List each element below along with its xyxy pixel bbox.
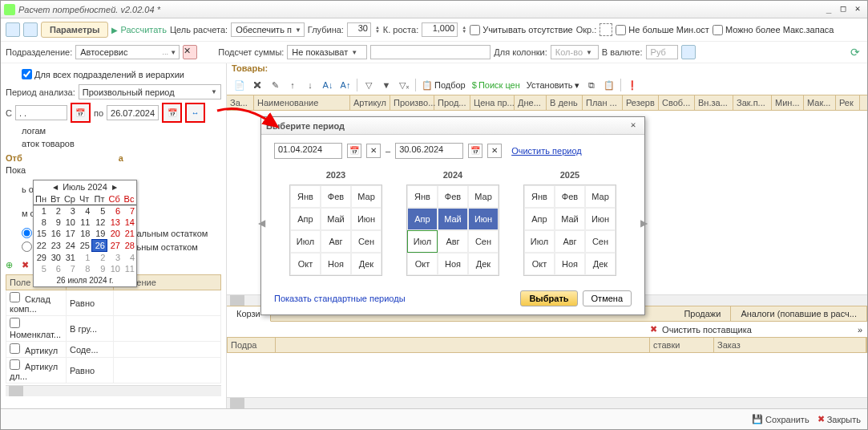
round-box[interactable] (600, 23, 612, 36)
month-cell[interactable]: Мар (468, 185, 499, 208)
chevron-down-icon[interactable]: ▼ (586, 49, 592, 56)
growth-input[interactable]: 1,000 (422, 22, 458, 37)
calendar-day[interactable]: 7 (122, 205, 136, 217)
ti-filter-icon[interactable]: ▽ (361, 77, 377, 93)
ti-warn-icon[interactable]: ❗ (624, 77, 640, 93)
date-to-input[interactable]: 26.07.2024 (107, 105, 159, 120)
ti-filterx-icon[interactable]: ▽ₓ (396, 77, 412, 93)
month-cell[interactable]: Сен (468, 230, 499, 253)
subdivision-select[interactable]: Автосервис…▼ (75, 45, 180, 59)
period-from-cal-icon[interactable]: 📅 (347, 144, 361, 158)
month-cell[interactable]: Апр (524, 208, 555, 230)
month-cell[interactable]: Фев (555, 185, 585, 208)
column-header[interactable]: В день (547, 95, 583, 110)
clear-supplier-icon[interactable]: ✖ (650, 324, 657, 335)
ti-down-icon[interactable]: ↓ (302, 77, 318, 93)
calendar-day[interactable]: 13 (107, 217, 122, 228)
refresh-icon[interactable]: ⟳ (848, 45, 862, 59)
column-header[interactable]: Произво... (390, 95, 434, 110)
calendar-day[interactable]: 12 (91, 217, 107, 228)
date-from-picker-icon[interactable]: 📅 (71, 103, 91, 123)
calendar-day[interactable]: 8 (77, 263, 92, 274)
month-cell[interactable]: Июн (468, 208, 499, 230)
table-row[interactable]: Артикул дл...Равно (6, 358, 221, 383)
calendar-day[interactable]: 10 (63, 217, 77, 228)
month-cell[interactable]: Окт (407, 253, 438, 275)
month-cell[interactable]: Сен (585, 230, 616, 253)
chevron-down-icon[interactable]: ▼ (211, 88, 217, 95)
ti-sortza-icon[interactable]: A↑ (337, 77, 353, 93)
month-cell[interactable]: Авг (555, 230, 585, 253)
calendar-day[interactable]: 14 (122, 217, 136, 228)
ti-sortaz-icon[interactable]: A↓ (320, 77, 336, 93)
calendar-day[interactable]: 22 (34, 240, 48, 252)
calendar-day[interactable]: 28 (122, 240, 136, 252)
calendar-day[interactable]: 3 (63, 205, 77, 217)
month-cell[interactable]: Сен (351, 230, 382, 253)
ti-new-icon[interactable]: 📄 (232, 77, 248, 93)
period-to-cal-icon[interactable]: 📅 (468, 144, 482, 158)
depth-spinner[interactable]: ▲▼ (375, 26, 380, 34)
chevron-down-icon[interactable]: ▼ (295, 26, 301, 34)
period-from-input[interactable]: 01.04.2024 (274, 143, 342, 159)
date-from-input[interactable]: . . (15, 105, 67, 120)
period-select[interactable]: Произвольный период▼ (79, 84, 221, 99)
year-2024-grid[interactable]: ЯнвФевМарАпрМайИюнИюлАвгСенОктНояДек (406, 185, 499, 276)
month-cell[interactable]: Мар (585, 185, 616, 208)
period-to-input[interactable]: 30.06.2024 (395, 143, 463, 159)
month-cell[interactable]: Июл (290, 230, 321, 253)
month-cell[interactable]: Фев (321, 185, 351, 208)
forcol-select[interactable]: Кол-во▼ (551, 45, 599, 59)
std-periods-link[interactable]: Показать стандартные периоды (274, 294, 406, 303)
month-cell[interactable]: Янв (524, 185, 555, 208)
sum-empty-field[interactable] (370, 45, 491, 59)
calendar-day[interactable]: 5 (34, 263, 48, 274)
chevron-down-icon[interactable]: ▼ (351, 49, 357, 56)
save-button[interactable]: 💾 Сохранить (752, 414, 809, 424)
year-next-icon[interactable]: ▶ (640, 217, 648, 229)
calendar-day[interactable]: 2 (91, 252, 107, 264)
column-header[interactable]: За... (227, 95, 254, 110)
pick-button[interactable]: 📋Подбор (419, 80, 468, 91)
month-cell[interactable]: Авг (321, 230, 351, 253)
calendar-day[interactable]: 4 (77, 205, 92, 217)
calendar-day[interactable]: 29 (34, 252, 48, 264)
month-cell[interactable]: Янв (407, 185, 438, 208)
ti-up-icon[interactable]: ↑ (285, 77, 301, 93)
calendar-day[interactable]: 9 (91, 263, 107, 274)
depth-input[interactable]: 30 (347, 22, 371, 37)
month-cell[interactable]: Июл (407, 230, 438, 253)
period-to-clear-icon[interactable]: ✕ (487, 144, 502, 158)
calendar-day[interactable]: 5 (91, 205, 107, 217)
maximize-button[interactable]: □ (837, 3, 850, 16)
month-cell[interactable]: Фев (438, 185, 468, 208)
month-cell[interactable]: Авг (438, 230, 468, 253)
calendar-day[interactable]: 2 (48, 205, 63, 217)
filter-grid[interactable]: Поле Тип с... Значение Склад комп...Равн… (6, 274, 221, 383)
calendar-day[interactable]: 25 (77, 240, 92, 252)
allsub-checkbox[interactable]: Для всех подразделений в иерархии (22, 69, 221, 79)
calendar-day[interactable]: 3 (107, 252, 122, 264)
dialog-close-icon[interactable]: ✕ (627, 120, 640, 132)
column-header[interactable]: Резерв (623, 95, 659, 110)
params-tab[interactable]: Параметры (41, 22, 108, 38)
action-icon-2[interactable] (23, 22, 38, 37)
growth-spinner[interactable]: ▲▼ (462, 26, 466, 34)
calendar-day[interactable]: 26 (91, 240, 107, 252)
calendar-day[interactable]: 8 (34, 217, 48, 228)
column-header[interactable]: Зак.п... (733, 95, 772, 110)
column-header[interactable]: Мин... (772, 95, 804, 110)
month-cell[interactable]: Июл (524, 230, 555, 253)
calendar-day[interactable]: 19 (91, 228, 107, 240)
calendar-day[interactable]: 23 (48, 240, 63, 252)
ti-paste2-icon[interactable]: 📋 (601, 77, 617, 93)
tab-sales[interactable]: Продажи (674, 306, 731, 321)
month-cell[interactable]: Окт (290, 253, 321, 275)
grid-add-icon[interactable]: ⊕ (6, 260, 18, 273)
column-header[interactable]: Цена пр... (470, 95, 515, 110)
period-from-clear-icon[interactable]: ✕ (366, 144, 381, 158)
maxstock-checkbox[interactable]: Можно более Макс.запаса (713, 25, 834, 35)
calendar-day[interactable]: 18 (77, 228, 92, 240)
ti-filter2-icon[interactable]: ▼ (378, 77, 394, 93)
currency-icon[interactable] (681, 45, 696, 59)
